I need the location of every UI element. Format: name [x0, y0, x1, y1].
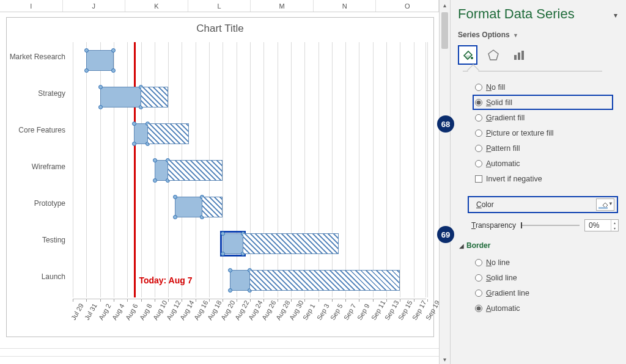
panel-menu-icon[interactable]: ▾ [614, 11, 617, 20]
x-tick-label: Sep 9 [356, 302, 371, 321]
y-category-label: Strategy [7, 90, 65, 98]
x-tick-label: Aug 6 [124, 302, 139, 321]
transparency-slider[interactable] [521, 225, 580, 226]
y-category-label: Testing [7, 236, 65, 244]
series-options-tab[interactable] [509, 45, 529, 65]
svg-rect-4 [521, 51, 524, 60]
vertical-scrollbar[interactable]: ▴ ▾ [439, 0, 450, 364]
fill-option-automatic[interactable]: Automatic [475, 156, 619, 171]
bar-chart-icon [513, 49, 525, 61]
series-remaining-bar[interactable] [141, 87, 169, 107]
annotation-badge-69: 69 [437, 226, 454, 243]
fill-option-pattern-fill[interactable]: Pattern fill [475, 140, 619, 156]
x-axis[interactable]: Jul 29Jul 31Aug 2Aug 4Aug 6Aug 8Aug 10Au… [73, 299, 426, 337]
series-remaining-bar[interactable] [243, 233, 339, 254]
spinner-icon[interactable]: ▴▾ [611, 220, 618, 231]
x-tick-label: Aug 8 [138, 302, 153, 321]
transparency-value-box[interactable]: 0% ▴▾ [584, 219, 619, 231]
annotation-badge-68: 68 [437, 115, 454, 133]
svg-rect-3 [518, 53, 520, 60]
fill-and-line-tab[interactable] [458, 45, 477, 65]
checkbox-icon [475, 175, 482, 183]
format-data-series-panel: Format Data Series ▾ Series Options ▼ [450, 0, 626, 364]
series-options-header[interactable]: Series Options ▼ [458, 31, 619, 39]
border-option-solid-line[interactable]: Solid line [475, 270, 619, 285]
x-tick-label: Sep 5 [329, 302, 344, 321]
fill-option-picture-or-texture-fill[interactable]: Picture or texture fill [475, 125, 619, 140]
today-marker-label: Today: Aug 7 [139, 275, 192, 285]
scroll-down-button[interactable]: ▾ [440, 354, 450, 364]
y-category-label: Market Research [7, 53, 65, 61]
series-completed-bar[interactable] [230, 270, 250, 291]
series-remaining-bar[interactable] [250, 270, 400, 291]
paint-bucket-icon [462, 49, 474, 61]
border-option-automatic[interactable]: Automatic [475, 300, 619, 316]
gridlines [73, 42, 426, 297]
option-category-tabs [458, 45, 619, 65]
fill-option-gradient-fill[interactable]: Gradient fill [475, 110, 619, 125]
series-completed-bar[interactable] [223, 233, 243, 254]
panel-title: Format Data Series [458, 6, 619, 22]
plot-area[interactable]: Today: Aug 7 [73, 42, 426, 297]
series-completed-bar[interactable] [175, 197, 202, 217]
series-completed-bar[interactable] [155, 160, 168, 181]
col-J[interactable]: J [63, 0, 126, 12]
series-remaining-bar[interactable] [168, 160, 223, 181]
border-section-header[interactable]: ◢Border [459, 241, 619, 250]
y-category-label: Wireframe [7, 163, 65, 171]
fill-color-row[interactable]: Color ▼ [468, 196, 618, 213]
fill-options: No fillSolid fillGradient fillPicture or… [475, 79, 619, 171]
y-category-labels: Market ResearchStrategyCore FeaturesWire… [7, 42, 69, 297]
fill-option-solid-fill[interactable]: Solid fill [473, 95, 613, 110]
column-headers: I J K L M N O [0, 0, 439, 12]
scroll-thumb[interactable] [441, 12, 448, 49]
series-remaining-bar[interactable] [148, 123, 189, 144]
effects-tab[interactable] [484, 45, 503, 65]
x-tick-label: Sep 3 [315, 302, 330, 321]
chart-title[interactable]: Chart Title [7, 18, 433, 36]
border-options: No lineSolid lineGradient lineAutomatic [475, 255, 619, 316]
embedded-chart[interactable]: Chart Title Market ResearchStrategyCore … [6, 17, 434, 337]
col-I[interactable]: I [0, 0, 63, 12]
transparency-row: Transparency 0% ▴▾ [471, 219, 619, 231]
col-K[interactable]: K [125, 0, 188, 12]
border-option-gradient-line[interactable]: Gradient line [475, 285, 619, 300]
x-tick-label: Aug 4 [111, 302, 126, 321]
y-category-label: Launch [7, 273, 65, 281]
pentagon-icon [487, 49, 499, 61]
x-tick-label: Aug 2 [97, 302, 112, 321]
series-completed-bar[interactable] [100, 87, 141, 107]
series-completed-bar[interactable] [134, 123, 147, 144]
today-marker-line [134, 42, 136, 297]
col-M[interactable]: M [251, 0, 314, 12]
grid-rows-peek [0, 348, 439, 364]
x-tick-label: Sep 1 [301, 302, 317, 321]
invert-if-negative-checkbox[interactable]: Invert if negative [475, 171, 619, 186]
fill-option-no-fill[interactable]: No fill [475, 79, 619, 95]
x-tick-label: Sep 7 [342, 302, 358, 321]
col-N[interactable]: N [314, 0, 377, 12]
x-tick-label: Jul 29 [70, 302, 85, 321]
col-O[interactable]: O [376, 0, 439, 12]
svg-marker-1 [488, 50, 498, 60]
svg-rect-2 [514, 55, 517, 60]
svg-point-0 [471, 57, 473, 59]
y-category-label: Core Features [7, 126, 65, 134]
scroll-up-button[interactable]: ▴ [440, 0, 450, 10]
y-category-label: Prototype [7, 200, 65, 208]
worksheet-area: I J K L M N O Chart Title Market Researc… [0, 0, 439, 364]
series-completed-bar[interactable] [86, 50, 114, 71]
border-option-no-line[interactable]: No line [475, 255, 619, 270]
series-remaining-bar[interactable] [202, 197, 223, 217]
x-tick-label: Jul 31 [83, 302, 98, 321]
color-label-tail: olor [482, 200, 494, 209]
color-picker-button[interactable]: ▼ [596, 198, 614, 211]
col-L[interactable]: L [188, 0, 251, 12]
